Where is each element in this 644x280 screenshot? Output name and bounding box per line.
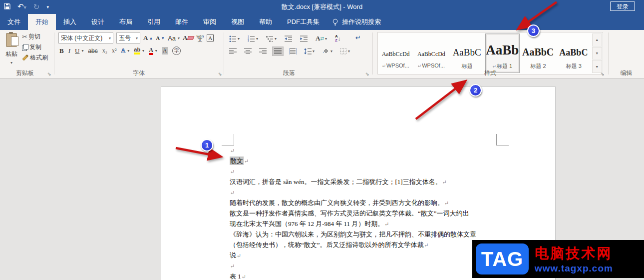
shading-button[interactable] [320, 46, 334, 56]
decrease-indent-button[interactable] [283, 34, 294, 44]
step-badge-2: 2 [469, 84, 482, 96]
styles-scroll-down[interactable]: ▼ [592, 47, 602, 60]
character-shading-button[interactable]: A [162, 47, 168, 54]
phonetic-guide-button[interactable]: wén文 [197, 34, 204, 42]
numbering-button[interactable]: 123 [246, 34, 260, 44]
watermark-site-name: 电脑技术网 [535, 244, 613, 263]
styles-dialog-launcher[interactable]: ⇘ [601, 72, 605, 76]
cut-button[interactable]: ✂剪切 [22, 32, 48, 41]
clear-formatting-button[interactable]: A [183, 34, 193, 42]
paragraph-group-label: 段落 [224, 69, 354, 78]
style-heading-1[interactable]: AaBb ↵标题 1 [485, 34, 520, 73]
brush-icon [22, 54, 29, 61]
tab-file[interactable]: 文件 [0, 14, 28, 30]
tab-view[interactable]: 视图 [224, 14, 252, 30]
text-line: 随着时代的发展，散文的概念由广义向狭义转变，并受到西方文化的影响。↵ [230, 198, 539, 208]
font-size-combo[interactable]: 五号▾ [116, 32, 140, 44]
editing-group-label: 编辑 [609, 69, 644, 78]
multilevel-list-button[interactable] [264, 34, 279, 44]
text-line: 现在北宋太平兴国（976 年 12 月-984 年 11 月）时期。↵ [230, 218, 539, 229]
style-wpsoffice-1[interactable]: AaBbCcDd ↵WPSOf... [378, 34, 413, 73]
numbering-icon: 123 [248, 36, 255, 42]
tell-me-search[interactable]: 操作说明搜索 [327, 14, 386, 30]
justify-icon [274, 48, 282, 54]
tag-logo: TAG [476, 244, 529, 274]
shrink-font-button[interactable]: A▼ [156, 35, 165, 41]
sign-in-button[interactable]: 登录 [610, 2, 635, 11]
multilevel-icon [266, 36, 274, 42]
text-line: ↵ [230, 187, 539, 198]
ribbon: 粘贴 ▾ ✂剪切 复制 格式刷 剪贴板 ⇘ 宋体 (中文正文)▾ 五号▾ A▲ … [0, 30, 644, 78]
format-painter-button[interactable]: 格式刷 [22, 54, 48, 62]
watermark: TAG 电脑技术网 www.tagxp.com [472, 240, 644, 278]
bullets-button[interactable] [227, 34, 242, 44]
step-badge-1: 1 [201, 139, 213, 152]
copy-icon [22, 44, 28, 51]
search-label: 操作说明搜索 [342, 18, 381, 26]
grow-font-button[interactable]: A▲ [143, 34, 153, 42]
font-group: 宋体 (中文正文)▾ 五号▾ A▲ A▼ Aa A wén文 A B I U a… [54, 30, 223, 78]
text-line: ↵ [230, 166, 539, 176]
tab-mailings[interactable]: 邮件 [168, 14, 196, 30]
increase-indent-icon [300, 36, 308, 42]
document-title: 散文.docx [兼容模式] - Word [0, 0, 644, 14]
style-heading-2[interactable]: AaBbC 标题 2 [521, 34, 555, 73]
align-right-button[interactable] [257, 46, 269, 56]
tab-insert[interactable]: 插入 [56, 14, 84, 30]
font-color-button[interactable]: A [149, 47, 157, 55]
align-left-button[interactable] [227, 46, 239, 56]
text-effects-button[interactable]: A [121, 47, 130, 54]
style-title[interactable]: AaBbC 标题 [450, 34, 484, 73]
tab-layout[interactable]: 布局 [112, 14, 140, 30]
text-line: 汉语词汇，拼音是 sǎn wén。一指文采焕发；二指犹行文；[1]三指文体名。↵ [230, 176, 539, 187]
text-line: 散文是一种抒发作者真情实感、写作方式灵活的记叙类文学体裁。“散文”一词大约出 [230, 208, 539, 218]
bold-button[interactable]: B [59, 47, 64, 55]
tab-review[interactable]: 审阅 [196, 14, 224, 30]
tab-home[interactable]: 开始 [28, 14, 56, 30]
strikethrough-button[interactable]: abc [88, 48, 97, 54]
bullets-icon [229, 36, 237, 42]
sort-button[interactable]: AZ↓ [333, 33, 342, 44]
font-family-combo[interactable]: 宋体 (中文正文)▾ [58, 32, 113, 44]
clipboard-dialog-launcher[interactable]: ⇘ [47, 72, 51, 76]
show-marks-button[interactable]: ↵ [355, 34, 361, 42]
font-group-label: 字体 [54, 69, 223, 78]
styles-scroll-up[interactable]: ▲ [592, 34, 602, 46]
enclose-characters-button[interactable]: 字 [172, 46, 181, 55]
copy-button[interactable]: 复制 [22, 43, 48, 52]
title-bar: ↶˅ ↻ ▾ 散文.docx [兼容模式] - Word 登录 [0, 0, 644, 14]
selected-heading[interactable]: 散文 [230, 156, 244, 165]
line-spacing-button[interactable] [302, 46, 317, 56]
character-border-button[interactable]: A [207, 34, 214, 42]
styles-group: AaBbCcDd ↵WPSOf... AaBbCcDd ↵WPSOf... Aa… [373, 30, 608, 78]
style-wpsoffice-2[interactable]: AaBbCcDd ↵WPSOf... [414, 34, 448, 73]
style-heading-3[interactable]: AaBbC 标题 3 [556, 34, 591, 73]
superscript-button[interactable]: x² [112, 47, 117, 54]
italic-button[interactable]: I [68, 47, 70, 55]
tab-references[interactable]: 引用 [140, 14, 168, 30]
change-case-button[interactable]: Aa [168, 34, 180, 42]
editing-group: 查找 abac 替换 选择 编辑 [609, 30, 644, 78]
highlight-button[interactable]: ab [134, 47, 144, 54]
tab-design[interactable]: 设计 [84, 14, 112, 30]
ribbon-tab-row: 文件 开始 插入 设计 布局 引用 邮件 审阅 视图 帮助 PDF工具集 操作说… [0, 14, 644, 30]
paragraph-dialog-launcher[interactable]: ⇘ [365, 72, 369, 76]
justify-button[interactable] [272, 46, 284, 56]
tab-pdf-tools[interactable]: PDF工具集 [280, 14, 327, 30]
asian-layout-button[interactable]: A⇄ [314, 33, 329, 44]
line-spacing-icon [304, 48, 312, 54]
paste-button[interactable]: 粘贴 ▾ [2, 32, 20, 74]
distributed-button[interactable] [287, 46, 299, 56]
underline-button[interactable]: U [75, 47, 83, 55]
tab-help[interactable]: 帮助 [252, 14, 280, 30]
borders-button[interactable] [338, 46, 352, 56]
align-center-button[interactable] [242, 46, 254, 56]
increase-indent-button[interactable] [298, 34, 310, 44]
font-dialog-launcher[interactable]: ⇘ [218, 72, 222, 76]
distributed-icon [289, 48, 297, 54]
align-left-icon [229, 48, 237, 54]
step-badge-3: 3 [527, 24, 540, 37]
lightbulb-icon [332, 18, 338, 26]
styles-group-label: 样式 [373, 69, 608, 78]
subscript-button[interactable]: x₂ [102, 47, 107, 54]
